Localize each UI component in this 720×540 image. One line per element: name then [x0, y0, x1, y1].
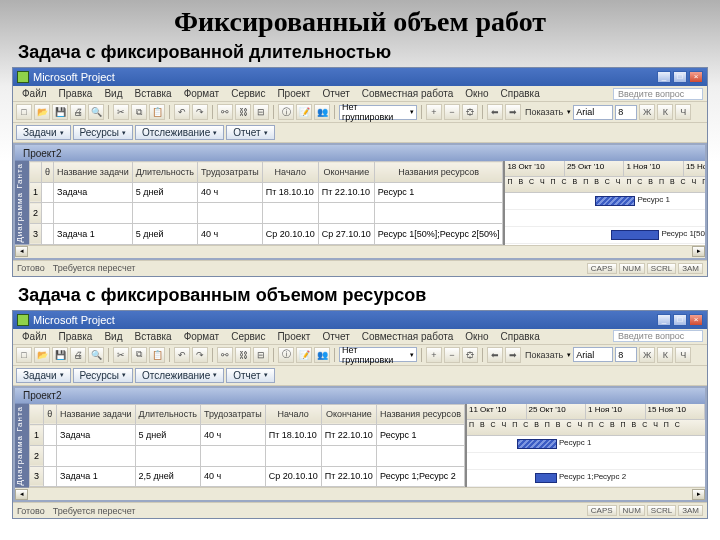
preview-icon[interactable]: 🔍 — [88, 104, 104, 120]
menu-format[interactable]: Формат — [179, 87, 225, 100]
menu-insert[interactable]: Вставка — [129, 330, 176, 343]
info-icon[interactable]: ⓘ — [278, 347, 294, 363]
italic-button[interactable]: К — [657, 347, 673, 363]
task-table[interactable]: θ Название задачи Длительность Трудозатр… — [29, 161, 503, 245]
open-icon[interactable]: 📂 — [34, 347, 50, 363]
link-icon[interactable]: ⚯ — [217, 347, 233, 363]
cut-icon[interactable]: ✂ — [113, 104, 129, 120]
menu-view[interactable]: Вид — [99, 87, 127, 100]
tab-report[interactable]: Отчет▾ — [226, 368, 274, 383]
tab-tasks[interactable]: Задачи▾ — [16, 125, 71, 140]
gantt-bar[interactable]: Ресурс 1;Ресурс 2 — [535, 473, 557, 483]
horizontal-scrollbar[interactable]: ◂▸ — [15, 245, 705, 258]
size-combo[interactable]: 8 — [615, 105, 637, 120]
tab-resources[interactable]: Ресурсы▾ — [73, 125, 133, 140]
new-icon[interactable]: □ — [16, 347, 32, 363]
unlink-icon[interactable]: ⛓ — [235, 347, 251, 363]
redo-icon[interactable]: ↷ — [192, 104, 208, 120]
show-label[interactable]: Показать — [523, 350, 565, 360]
link-icon[interactable]: ⚯ — [217, 104, 233, 120]
italic-button[interactable]: К — [657, 104, 673, 120]
split-icon[interactable]: ⊟ — [253, 347, 269, 363]
menu-tools[interactable]: Сервис — [226, 330, 270, 343]
font-combo[interactable]: Arial — [573, 105, 613, 120]
new-icon[interactable]: □ — [16, 104, 32, 120]
print-icon[interactable]: 🖨 — [70, 347, 86, 363]
redo-icon[interactable]: ↷ — [192, 347, 208, 363]
menu-help[interactable]: Справка — [496, 330, 545, 343]
menu-report[interactable]: Отчет — [317, 87, 354, 100]
unlink-icon[interactable]: ⛓ — [235, 104, 251, 120]
help-search-input[interactable]: Введите вопрос — [613, 330, 703, 342]
zoom-out-icon[interactable]: − — [444, 104, 460, 120]
bold-button[interactable]: Ж — [639, 104, 655, 120]
undo-icon[interactable]: ↶ — [174, 347, 190, 363]
menu-edit[interactable]: Правка — [54, 330, 98, 343]
minimize-button[interactable]: _ — [657, 314, 671, 326]
close-button[interactable]: × — [689, 71, 703, 83]
save-icon[interactable]: 💾 — [52, 347, 68, 363]
paste-icon[interactable]: 📋 — [149, 104, 165, 120]
goto-icon[interactable]: ⯐ — [462, 347, 478, 363]
menu-insert[interactable]: Вставка — [129, 87, 176, 100]
outdent-icon[interactable]: ⬅ — [487, 104, 503, 120]
maximize-button[interactable]: □ — [673, 314, 687, 326]
goto-icon[interactable]: ⯐ — [462, 104, 478, 120]
menu-window[interactable]: Окно — [460, 87, 493, 100]
paste-icon[interactable]: 📋 — [149, 347, 165, 363]
tab-resources[interactable]: Ресурсы▾ — [73, 368, 133, 383]
help-search-input[interactable]: Введите вопрос — [613, 88, 703, 100]
cut-icon[interactable]: ✂ — [113, 347, 129, 363]
assign-icon[interactable]: 👥 — [314, 347, 330, 363]
menu-format[interactable]: Формат — [179, 330, 225, 343]
maximize-button[interactable]: □ — [673, 71, 687, 83]
minimize-button[interactable]: _ — [657, 71, 671, 83]
menu-collab[interactable]: Совместная работа — [357, 330, 459, 343]
menu-project[interactable]: Проект — [272, 330, 315, 343]
gantt-bar[interactable]: Ресурс 1 — [595, 196, 635, 206]
print-icon[interactable]: 🖨 — [70, 104, 86, 120]
group-combo[interactable]: Нет группировки▾ — [339, 105, 417, 120]
notes-icon[interactable]: 📝 — [296, 347, 312, 363]
task-table[interactable]: θ Название задачи Длительность Трудозатр… — [29, 404, 465, 488]
copy-icon[interactable]: ⧉ — [131, 347, 147, 363]
zoom-out-icon[interactable]: − — [444, 347, 460, 363]
font-combo[interactable]: Arial — [573, 347, 613, 362]
underline-button[interactable]: Ч — [675, 104, 691, 120]
horizontal-scrollbar[interactable]: ◂▸ — [15, 487, 705, 500]
menu-file[interactable]: Файл — [17, 87, 52, 100]
underline-button[interactable]: Ч — [675, 347, 691, 363]
menu-view[interactable]: Вид — [99, 330, 127, 343]
zoom-in-icon[interactable]: + — [426, 347, 442, 363]
gantt-bar[interactable]: Ресурс 1 — [517, 439, 557, 449]
menu-report[interactable]: Отчет — [317, 330, 354, 343]
menu-project[interactable]: Проект — [272, 87, 315, 100]
zoom-in-icon[interactable]: + — [426, 104, 442, 120]
outdent-icon[interactable]: ⬅ — [487, 347, 503, 363]
assign-icon[interactable]: 👥 — [314, 104, 330, 120]
show-label[interactable]: Показать — [523, 107, 565, 117]
bold-button[interactable]: Ж — [639, 347, 655, 363]
menu-edit[interactable]: Правка — [54, 87, 98, 100]
gantt-chart[interactable]: 11 Окт '10 25 Окт '10 1 Ноя '10 15 Ноя '… — [465, 404, 705, 488]
size-combo[interactable]: 8 — [615, 347, 637, 362]
indent-icon[interactable]: ➡ — [505, 104, 521, 120]
menu-tools[interactable]: Сервис — [226, 87, 270, 100]
gantt-bar[interactable]: Ресурс 1[50%];Ресурс 2[50%] — [611, 230, 659, 240]
group-combo[interactable]: Нет группировки▾ — [339, 347, 417, 362]
open-icon[interactable]: 📂 — [34, 104, 50, 120]
save-icon[interactable]: 💾 — [52, 104, 68, 120]
menu-window[interactable]: Окно — [460, 330, 493, 343]
split-icon[interactable]: ⊟ — [253, 104, 269, 120]
menu-file[interactable]: Файл — [17, 330, 52, 343]
close-button[interactable]: × — [689, 314, 703, 326]
tab-tracking[interactable]: Отслеживание▾ — [135, 125, 224, 140]
gantt-chart[interactable]: 18 Окт '10 25 Окт '10 1 Ноя '10 15 Ноя '… — [503, 161, 705, 245]
menu-help[interactable]: Справка — [496, 87, 545, 100]
indent-icon[interactable]: ➡ — [505, 347, 521, 363]
copy-icon[interactable]: ⧉ — [131, 104, 147, 120]
info-icon[interactable]: ⓘ — [278, 104, 294, 120]
notes-icon[interactable]: 📝 — [296, 104, 312, 120]
undo-icon[interactable]: ↶ — [174, 104, 190, 120]
tab-report[interactable]: Отчет▾ — [226, 125, 274, 140]
